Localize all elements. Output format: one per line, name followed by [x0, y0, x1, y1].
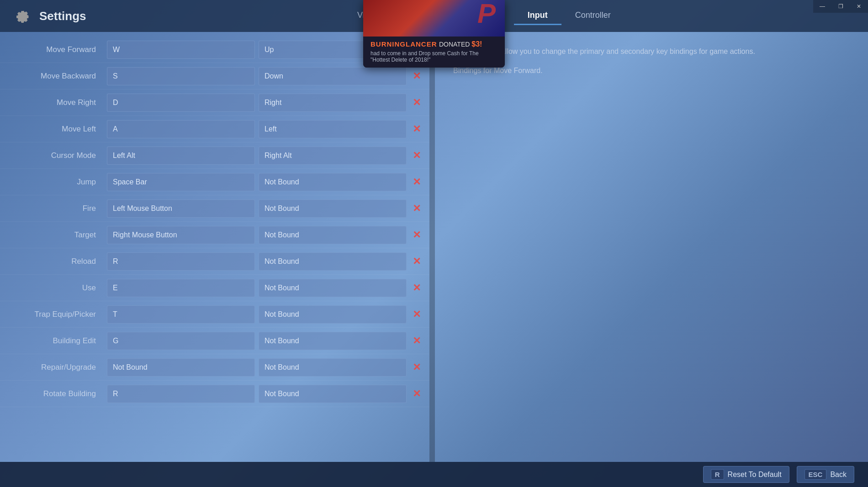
back-key-label: ESC [804, 469, 827, 480]
binding-label-cursor-mode: Cursor Mode [0, 151, 105, 160]
binding-row-rotate-building: Rotate Building R Not Bound ✕ [0, 381, 429, 407]
binding-secondary-move-left[interactable]: Left [259, 120, 407, 138]
binding-row-reload: Reload R Not Bound ✕ [0, 248, 429, 275]
settings-title: Settings [39, 9, 86, 23]
donation-header-line: BURNINGLANCER DONATED $3! [370, 40, 498, 48]
binding-clear-move-backward[interactable]: ✕ [408, 68, 425, 84]
binding-row-use: Use E Not Bound ✕ [0, 275, 429, 301]
donation-username: BURNINGLANCER [370, 40, 437, 48]
binding-primary-fire[interactable]: Left Mouse Button [107, 199, 255, 218]
settings-window: Settings Video Game Accessibility Input … [0, 0, 868, 487]
binding-primary-move-right[interactable]: D [107, 94, 255, 112]
binding-primary-move-left[interactable]: A [107, 120, 255, 138]
donation-overlay: P BURNINGLANCER DONATED $3! had to come … [363, 0, 505, 68]
binding-clear-reload[interactable]: ✕ [408, 253, 425, 270]
bindings-list: Move Forward W Up ✕ Move Backward S Down… [0, 37, 429, 407]
binding-clear-trap-equip[interactable]: ✕ [408, 306, 425, 323]
binding-clear-jump[interactable]: ✕ [408, 174, 425, 190]
info-selected-binding: Bindings for Move Forward. [453, 65, 850, 77]
binding-clear-cursor-mode[interactable]: ✕ [408, 147, 425, 164]
binding-secondary-use[interactable]: Not Bound [259, 279, 407, 297]
binding-primary-jump[interactable]: Space Bar [107, 173, 255, 191]
tab-controller[interactable]: Controller [561, 7, 625, 25]
binding-secondary-rotate-building[interactable]: Not Bound [259, 385, 407, 403]
bindings-area[interactable]: Move Forward W Up ✕ Move Backward S Down… [0, 32, 429, 462]
binding-label-repair-upgrade: Repair/Upgrade [0, 363, 105, 372]
reset-label: Reset To Default [728, 471, 782, 479]
minimize-button[interactable]: — [813, 0, 831, 13]
info-description: These options allow you to change the pr… [453, 46, 850, 58]
donation-text-block: BURNINGLANCER DONATED $3! had to come in… [363, 37, 505, 68]
info-panel: These options allow you to change the pr… [435, 32, 868, 462]
binding-clear-move-left[interactable]: ✕ [408, 121, 425, 137]
binding-row-building-edit: Building Edit G Not Bound ✕ [0, 328, 429, 354]
binding-row-jump: Jump Space Bar Not Bound ✕ [0, 169, 429, 195]
donation-amount: $3! [471, 40, 482, 48]
binding-primary-rotate-building[interactable]: R [107, 385, 255, 403]
binding-clear-target[interactable]: ✕ [408, 227, 425, 243]
binding-primary-use[interactable]: E [107, 279, 255, 297]
reset-key-label: R [711, 469, 724, 480]
back-label: Back [830, 471, 847, 479]
binding-label-use: Use [0, 283, 105, 293]
binding-label-building-edit: Building Edit [0, 336, 105, 346]
binding-label-reload: Reload [0, 257, 105, 266]
binding-clear-repair-upgrade[interactable]: ✕ [408, 359, 425, 376]
binding-primary-cursor-mode[interactable]: Left Alt [107, 147, 255, 165]
binding-primary-trap-equip[interactable]: T [107, 305, 255, 324]
binding-primary-move-backward[interactable]: S [107, 67, 255, 85]
donation-banner: P [363, 0, 505, 37]
binding-row-repair-upgrade: Repair/Upgrade Not Bound Not Bound ✕ [0, 354, 429, 381]
binding-clear-building-edit[interactable]: ✕ [408, 333, 425, 349]
footer: R Reset To Default ESC Back [0, 462, 868, 487]
donation-donated-text: DONATED [439, 41, 471, 48]
binding-primary-reload[interactable]: R [107, 252, 255, 271]
binding-label-fire: Fire [0, 204, 105, 213]
binding-row-move-right: Move Right D Right ✕ [0, 89, 429, 116]
binding-row-move-left: Move Left A Left ✕ [0, 116, 429, 142]
binding-secondary-fire[interactable]: Not Bound [259, 199, 407, 218]
binding-label-trap-equip: Trap Equip/Picker [0, 310, 105, 319]
binding-row-trap-equip: Trap Equip/Picker T Not Bound ✕ [0, 301, 429, 328]
binding-secondary-cursor-mode[interactable]: Right Alt [259, 147, 407, 165]
binding-label-jump: Jump [0, 178, 105, 187]
binding-secondary-trap-equip[interactable]: Not Bound [259, 305, 407, 324]
binding-primary-move-forward[interactable]: W [107, 41, 255, 59]
binding-clear-use[interactable]: ✕ [408, 280, 425, 296]
binding-label-target: Target [0, 230, 105, 240]
binding-label-move-backward: Move Backward [0, 72, 105, 81]
binding-secondary-building-edit[interactable]: Not Bound [259, 332, 407, 350]
binding-secondary-target[interactable]: Not Bound [259, 226, 407, 244]
donation-logo: P [477, 0, 496, 29]
binding-primary-target[interactable]: Right Mouse Button [107, 226, 255, 244]
binding-row-cursor-mode: Cursor Mode Left Alt Right Alt ✕ [0, 142, 429, 169]
binding-label-move-right: Move Right [0, 98, 105, 107]
scrollbar[interactable] [429, 32, 435, 462]
binding-row-target: Target Right Mouse Button Not Bound ✕ [0, 222, 429, 248]
close-button[interactable]: ✕ [850, 0, 868, 13]
restore-button[interactable]: ❐ [831, 0, 850, 13]
gear-icon [14, 8, 30, 24]
binding-secondary-repair-upgrade[interactable]: Not Bound [259, 358, 407, 377]
donation-message: had to come in and Drop some Cash for Th… [370, 50, 498, 63]
binding-secondary-jump[interactable]: Not Bound [259, 173, 407, 191]
binding-secondary-reload[interactable]: Not Bound [259, 252, 407, 271]
binding-clear-fire[interactable]: ✕ [408, 200, 425, 217]
binding-secondary-move-backward[interactable]: Down [259, 67, 407, 85]
content-area: Move Forward W Up ✕ Move Backward S Down… [0, 32, 868, 462]
binding-label-move-left: Move Left [0, 125, 105, 134]
binding-clear-rotate-building[interactable]: ✕ [408, 386, 425, 402]
binding-primary-building-edit[interactable]: G [107, 332, 255, 350]
binding-label-rotate-building: Rotate Building [0, 389, 105, 398]
binding-label-move-forward: Move Forward [0, 45, 105, 54]
tab-input[interactable]: Input [514, 7, 561, 25]
binding-primary-repair-upgrade[interactable]: Not Bound [107, 358, 255, 377]
title-bar: — ❐ ✕ [813, 0, 868, 13]
binding-secondary-move-right[interactable]: Right [259, 94, 407, 112]
binding-row-fire: Fire Left Mouse Button Not Bound ✕ [0, 195, 429, 222]
binding-clear-move-right[interactable]: ✕ [408, 94, 425, 111]
reset-default-button[interactable]: R Reset To Default [703, 466, 789, 483]
back-button[interactable]: ESC Back [797, 466, 854, 483]
